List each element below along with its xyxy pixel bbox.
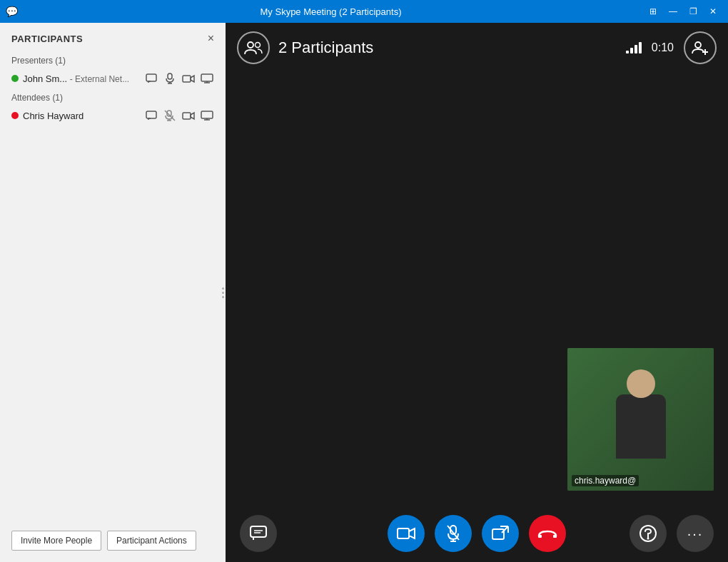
svg-rect-34 [538,535,542,538]
svg-rect-1 [168,73,172,79]
title-bar: 💬 My Skype Meeting (2 Participants) ⊞ — … [0,0,728,23]
presenter-icons [144,71,214,86]
signal-bar-3 [635,45,637,53]
svg-point-17 [248,42,253,48]
svg-rect-0 [146,74,156,81]
svg-rect-8 [146,111,156,118]
close-sidebar-button[interactable]: × [208,33,214,44]
sidebar-header: PARTICIPANTS × [0,23,226,51]
controls-right: ··· [630,515,714,552]
svg-rect-35 [553,535,557,538]
presenter-name: John Sm... - External Net... [23,73,140,84]
call-controls: ··· [226,505,728,562]
sidebar-bottom-actions: Invite More People Participant Actions [0,519,226,562]
snap-button[interactable]: ⊞ [644,4,662,19]
svg-rect-13 [183,113,191,119]
signal-bar-2 [630,48,633,53]
svg-rect-14 [201,111,213,118]
thumbnail-video: chris.hayward@ [567,348,714,491]
more-options-button[interactable]: ··· [677,515,714,552]
attendees-label: Attendees (1) [0,88,226,106]
controls-left [240,515,277,552]
sidebar-title: PARTICIPANTS [11,34,83,44]
svg-rect-4 [183,76,191,82]
minimize-button[interactable]: — [664,4,682,19]
presenter-status-indicator [11,75,19,82]
participants-icon-button[interactable] [237,31,270,64]
signal-bar-1 [626,51,629,53]
person-figure [612,369,669,469]
participants-count: 2 Participants [278,39,373,57]
video-area: 2 Participants 0:10 [226,23,728,562]
person-body [616,394,666,459]
skype-button[interactable] [630,515,667,552]
svg-point-19 [695,42,701,48]
video-header: 2 Participants 0:10 [226,23,728,73]
presenter-screen-icon[interactable] [200,71,214,86]
thumbnail-video-inner [567,348,714,491]
attendee-mic-muted-icon[interactable] [163,108,177,123]
share-button[interactable] [482,515,519,552]
attendee-icons [144,108,214,123]
presenters-label: Presenters (1) [0,51,226,68]
controls-center [388,515,566,552]
presenter-video-icon[interactable] [181,71,196,86]
mute-button[interactable] [435,515,472,552]
svg-point-18 [256,43,261,48]
resize-handle[interactable] [220,278,226,307]
svg-rect-22 [251,526,266,537]
person-head [627,369,655,398]
window-controls: ⊞ — ❐ ✕ [644,4,722,19]
svg-rect-5 [201,74,213,81]
thumbnail-label: chris.hayward@ [572,475,639,486]
chat-button[interactable] [240,515,277,552]
app-icon: 💬 [6,6,18,17]
participants-info: 2 Participants [237,31,373,64]
presenter-mic-icon[interactable] [163,71,177,86]
svg-rect-25 [398,528,409,538]
main-area: PARTICIPANTS × Presenters (1) John Sm...… [0,23,728,562]
presenter-row: John Sm... - External Net... [0,68,226,88]
header-right: 0:10 [626,31,717,64]
video-toggle-button[interactable] [388,515,425,552]
attendee-row: Chris Hayward [0,106,226,126]
signal-bar-4 [639,42,642,53]
attendee-status-indicator [11,112,19,119]
attendee-chat-icon[interactable] [144,108,158,123]
close-button[interactable]: ✕ [704,4,722,19]
presenter-chat-icon[interactable] [144,71,158,86]
svg-point-37 [647,538,649,540]
attendee-video-icon[interactable] [181,108,196,123]
attendee-name: Chris Hayward [23,111,140,121]
attendee-screen-icon[interactable] [200,108,214,123]
participant-actions-button[interactable]: Participant Actions [107,531,196,551]
add-participant-button[interactable] [684,31,717,64]
signal-strength [626,42,642,53]
participants-sidebar: PARTICIPANTS × Presenters (1) John Sm...… [0,23,226,562]
maximize-button[interactable]: ❐ [684,4,702,19]
end-call-button[interactable] [529,515,566,552]
call-timer: 0:10 [652,41,674,54]
video-content: chris.hayward@ [226,73,728,505]
svg-rect-30 [492,529,504,539]
window-title: My Skype Meeting (2 Participants) [18,6,644,17]
invite-more-button[interactable]: Invite More People [11,531,101,551]
